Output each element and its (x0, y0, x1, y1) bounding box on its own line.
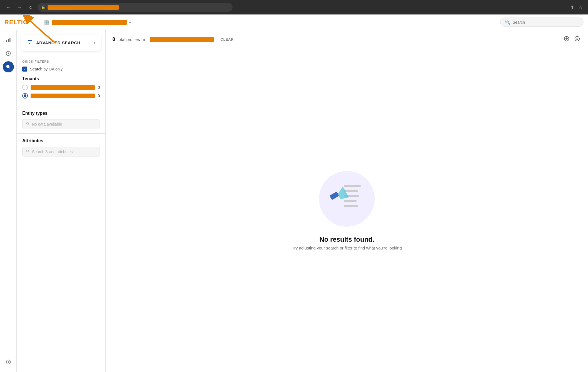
monitor-nav-button[interactable] (3, 48, 14, 59)
main-content: ADVANCED SEARCH › QUICK FILTERS ✓ Search… (0, 30, 588, 372)
search-by-ov-checkbox-row[interactable]: ✓ Search by OV only (22, 67, 100, 72)
refresh-button[interactable]: ↻ (27, 3, 34, 11)
svg-point-16 (26, 150, 28, 152)
tenant-1-count: 0 (98, 85, 100, 90)
share-button[interactable]: ⬆ (569, 4, 575, 11)
no-results-illustration (319, 171, 375, 227)
add-nav-button[interactable] (3, 356, 14, 368)
svg-rect-2 (9, 38, 10, 42)
content-tenant-badge: ██████████████████████ (150, 37, 214, 42)
no-results-subtitle: Try adjusting your search or filter to f… (292, 246, 402, 250)
header-search[interactable]: 🔍 (500, 18, 584, 27)
search-nav-button[interactable] (3, 61, 14, 72)
advanced-search-label: ADVANCED SEARCH (36, 40, 80, 45)
header-divider (35, 18, 35, 26)
sidebar-icons (0, 30, 17, 372)
attributes-search-box[interactable]: Search & add attributes (22, 147, 100, 156)
svg-rect-1 (8, 39, 9, 42)
attributes-title: Attributes (22, 138, 100, 143)
tenant-row-1[interactable]: █████████████ 0 (22, 85, 100, 90)
browser-actions: ⬆ ☆ (569, 4, 584, 11)
search-by-ov-checkbox[interactable]: ✓ (22, 67, 27, 72)
chevron-down-icon: ▾ (129, 20, 131, 25)
search-by-ov-label: Search by OV only (30, 67, 63, 71)
tenants-title: Tenants (22, 76, 100, 81)
tenant-selector[interactable]: 🏢 ██████████████████████████ ▾ (42, 18, 133, 26)
no-results-area: No results found. Try adjusting your sea… (106, 49, 588, 372)
upload-button[interactable] (562, 35, 571, 44)
download-button[interactable] (573, 35, 581, 44)
tenant-2-radio[interactable] (22, 93, 28, 99)
search-icon: 🔍 (505, 19, 510, 25)
content-header: 0 total profiles in ████████████████████… (106, 30, 588, 49)
browser-chrome: ← → ↻ 🔒 reltio.com/nui/r▒▒▒▒▒▒▒▒▒▒▒▒▒/se… (0, 0, 588, 14)
svg-rect-26 (344, 205, 358, 207)
content-area: 0 total profiles in ████████████████████… (106, 30, 588, 372)
tenants-section: Tenants █████████████ 0 ████████████████… (17, 76, 105, 106)
lock-icon: 🔒 (41, 5, 45, 9)
tenant-2-radio-fill (24, 94, 26, 97)
attributes-section: Attributes Search & add attributes (17, 134, 105, 161)
svg-rect-25 (344, 200, 357, 202)
svg-rect-22 (344, 185, 361, 187)
advanced-search-left: ADVANCED SEARCH (27, 39, 80, 46)
total-count: 0 (112, 36, 115, 42)
bookmark-button[interactable]: ☆ (577, 4, 584, 11)
advanced-search-button[interactable]: ADVANCED SEARCH › (21, 35, 101, 51)
tenant-1-radio[interactable] (22, 85, 28, 90)
back-button[interactable]: ← (4, 3, 12, 11)
entity-search-box[interactable]: No data available (22, 119, 100, 129)
quick-filters-label: QUICK FILTERS (22, 60, 100, 63)
attributes-placeholder: Search & add attributes (32, 150, 73, 154)
tenant-2-count: 0 (98, 94, 100, 98)
filter-panel: ADVANCED SEARCH › QUICK FILTERS ✓ Search… (17, 30, 106, 372)
svg-rect-23 (344, 190, 358, 192)
svg-rect-6 (6, 66, 9, 67)
app-wrapper: RELTIO 🏢 ██████████████████████████ ▾ 🔍 (0, 14, 588, 372)
address-bar[interactable]: 🔒 reltio.com/nui/r▒▒▒▒▒▒▒▒▒▒▒▒▒/search (38, 3, 233, 12)
tenant-1-name: █████████████ (31, 85, 95, 90)
forward-button[interactable]: → (16, 3, 23, 11)
quick-filters-section: QUICK FILTERS ✓ Search by OV only (17, 55, 105, 76)
address-text: reltio.com/nui/r▒▒▒▒▒▒▒▒▒▒▒▒▒/search (48, 5, 229, 9)
attributes-search-icon (26, 149, 30, 154)
entity-no-data-text: No data available (32, 122, 62, 126)
header-tenant-name: ██████████████████████████ (52, 20, 127, 25)
clear-button[interactable]: CLEAR (221, 37, 234, 41)
svg-rect-0 (6, 40, 7, 42)
logo-text: RELTIO (4, 19, 28, 26)
svg-line-5 (9, 67, 10, 69)
svg-rect-27 (330, 191, 339, 200)
svg-line-15 (28, 124, 29, 125)
svg-point-14 (26, 122, 28, 124)
entity-types-section: Entity types No data available (17, 106, 105, 133)
search-input[interactable] (513, 20, 579, 25)
tenant-row-2[interactable]: ██████████████████████ 0 (22, 93, 100, 99)
svg-rect-7 (6, 67, 8, 67)
chevron-right-icon: › (94, 40, 95, 45)
logo: RELTIO (4, 19, 28, 26)
analytics-nav-button[interactable] (3, 35, 14, 46)
filter-icon (27, 39, 33, 46)
total-profiles-label: total profiles (117, 37, 140, 42)
in-label: in (143, 37, 147, 42)
app-header: RELTIO 🏢 ██████████████████████████ ▾ 🔍 (0, 14, 588, 30)
address-redacted: reltio.com/nui/r▒▒▒▒▒▒▒▒▒▒▒▒▒/search (48, 5, 119, 10)
entity-types-title: Entity types (22, 111, 100, 116)
building-icon: 🏢 (44, 19, 50, 25)
content-actions (562, 35, 581, 44)
tenant-2-name: ██████████████████████ (31, 94, 95, 98)
svg-line-17 (28, 151, 29, 152)
entity-search-icon (26, 122, 30, 126)
no-results-title: No results found. (319, 236, 374, 243)
